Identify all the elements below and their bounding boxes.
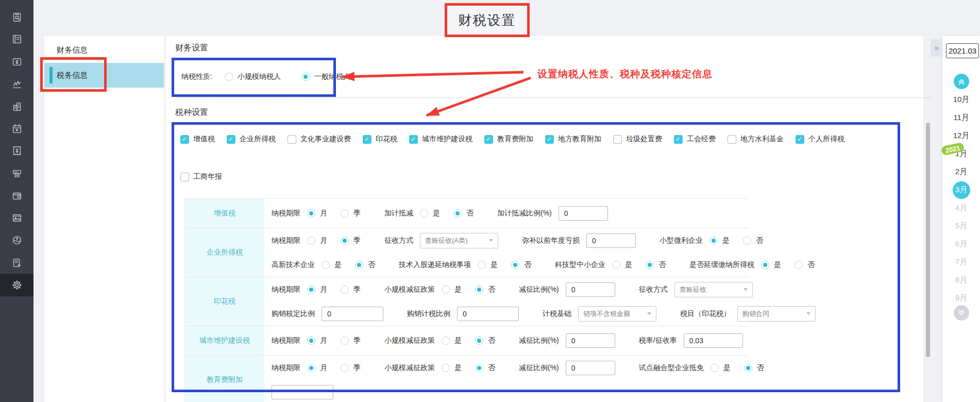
- current-period-box[interactable]: 2021.03: [946, 43, 979, 58]
- tax-type-checkbox-9[interactable]: 地方水利基金: [728, 135, 784, 144]
- radio-icon[interactable]: [341, 209, 349, 217]
- tax-type-checkbox-3[interactable]: 印花税: [363, 135, 397, 144]
- table-input[interactable]: [322, 307, 383, 321]
- checkbox-icon[interactable]: [409, 135, 418, 144]
- radio-option[interactable]: 季: [341, 285, 361, 294]
- radio-option[interactable]: 否: [743, 236, 763, 245]
- radio-option[interactable]: 季: [341, 363, 361, 373]
- table-input[interactable]: [566, 282, 615, 297]
- radio-option[interactable]: 否: [355, 260, 375, 270]
- calendar-month-2月[interactable]: 2月: [942, 163, 980, 181]
- radio-option[interactable]: 季: [341, 336, 361, 345]
- radio-option[interactable]: 是: [711, 363, 731, 373]
- radio-option[interactable]: 是: [420, 209, 440, 218]
- settings-gear-icon[interactable]: [0, 274, 33, 296]
- table-select[interactable]: 购销合同: [737, 306, 816, 322]
- tax-type-checkbox-10[interactable]: 个人所得税: [796, 135, 844, 144]
- radio-option[interactable]: 月: [307, 336, 327, 345]
- radio-option[interactable]: 是: [442, 285, 462, 294]
- checkout-icon[interactable]: [0, 162, 33, 185]
- radio-option[interactable]: 是: [761, 260, 781, 270]
- voucher-icon[interactable]: [0, 51, 33, 73]
- calendar-month-11月[interactable]: 11月: [942, 109, 980, 127]
- radio-icon-selected[interactable]: [307, 286, 315, 294]
- tax-type-checkbox-5[interactable]: 教育费附加: [484, 135, 533, 144]
- radio-option[interactable]: 否: [475, 363, 495, 373]
- radio-icon-selected[interactable]: [355, 261, 363, 269]
- table-input[interactable]: [566, 333, 615, 348]
- radio-icon-selected[interactable]: [475, 286, 483, 294]
- radio-option[interactable]: 否: [795, 260, 815, 270]
- checkbox-icon[interactable]: [545, 135, 554, 144]
- radio-option[interactable]: 否: [511, 260, 531, 270]
- radio-icon[interactable]: [442, 286, 450, 294]
- nav-item-tax-info[interactable]: 税务信息: [44, 63, 164, 88]
- radio-option[interactable]: 月: [307, 285, 327, 294]
- table-select[interactable]: 查账征收(A类): [420, 233, 498, 248]
- chart-icon[interactable]: [0, 73, 33, 95]
- invoice-icon[interactable]: [0, 140, 33, 162]
- radio-icon[interactable]: [612, 261, 620, 269]
- radio-icon[interactable]: [225, 73, 233, 81]
- radio-option[interactable]: 否: [744, 363, 764, 373]
- radio-icon[interactable]: [307, 237, 315, 245]
- radio-option[interactable]: 是: [709, 236, 730, 245]
- table-input[interactable]: [272, 385, 333, 399]
- radio-icon-selected[interactable]: [744, 364, 752, 372]
- collapse-panel-tab[interactable]: »: [931, 39, 943, 57]
- checkbox-icon[interactable]: [484, 135, 493, 144]
- radio-option[interactable]: 季: [341, 236, 361, 245]
- tax-type-checkbox-1[interactable]: 企业所得税: [227, 135, 276, 144]
- scroll-months-down-button[interactable]: [954, 305, 969, 321]
- table-select[interactable]: 销项不含税金额: [578, 306, 656, 322]
- checkbox-icon[interactable]: [363, 135, 371, 144]
- calendar-month-9月[interactable]: 9月: [942, 289, 980, 307]
- backup-book-icon[interactable]: [0, 252, 33, 274]
- radio-small-scale-taxpayer[interactable]: 小规模纳税人: [225, 72, 281, 81]
- radio-icon[interactable]: [478, 261, 486, 269]
- calendar-month-7月[interactable]: 7月: [942, 253, 980, 271]
- radio-option[interactable]: 月: [307, 363, 327, 373]
- radio-icon[interactable]: [322, 261, 330, 269]
- radio-icon[interactable]: [442, 337, 450, 345]
- radio-icon-selected[interactable]: [307, 337, 315, 345]
- wallet-icon[interactable]: [0, 185, 33, 207]
- radio-option[interactable]: 否: [475, 285, 495, 294]
- calendar-month-12月[interactable]: 12月: [942, 127, 980, 145]
- radio-option[interactable]: 月: [307, 209, 327, 218]
- checkbox-icon[interactable]: [674, 135, 683, 144]
- image-report-icon[interactable]: [0, 207, 33, 229]
- radio-icon[interactable]: [442, 364, 450, 372]
- calendar-month-3月[interactable]: 3月: [942, 181, 980, 199]
- checkbox-icon[interactable]: [227, 135, 235, 144]
- radio-icon-selected[interactable]: [475, 337, 483, 345]
- ledger-icon[interactable]: [0, 28, 33, 51]
- calendar-month-5月[interactable]: 5月: [942, 217, 980, 235]
- radio-icon-selected[interactable]: [307, 209, 315, 217]
- radio-icon[interactable]: [341, 286, 349, 294]
- checkbox-icon[interactable]: [180, 135, 189, 144]
- radio-option[interactable]: 是: [478, 260, 498, 270]
- clipboard-search-icon[interactable]: [0, 6, 33, 28]
- annual-report-row[interactable]: 工商年报: [180, 171, 222, 182]
- vertical-scrollbar[interactable]: [926, 123, 930, 357]
- radio-general-taxpayer[interactable]: 一般纳税人: [301, 72, 350, 81]
- calendar-icon[interactable]: [0, 118, 33, 140]
- radio-icon-selected[interactable]: [761, 261, 769, 269]
- tax-type-checkbox-8[interactable]: 工会经费: [674, 135, 716, 144]
- table-select[interactable]: 查账征收: [674, 282, 753, 297]
- tax-type-checkbox-7[interactable]: 垃圾处置费: [613, 135, 662, 144]
- radio-icon[interactable]: [795, 261, 803, 269]
- table-input[interactable]: [457, 307, 519, 321]
- radio-icon-selected[interactable]: [307, 364, 315, 372]
- radio-icon[interactable]: [711, 364, 719, 372]
- radio-icon-selected[interactable]: [646, 261, 654, 269]
- tax-type-checkbox-6[interactable]: 地方教育附加: [545, 135, 601, 144]
- checkbox-icon[interactable]: [613, 135, 622, 144]
- table-input[interactable]: [684, 333, 743, 348]
- company-icon[interactable]: [0, 95, 33, 118]
- radio-icon-selected[interactable]: [453, 209, 462, 217]
- radio-icon[interactable]: [420, 209, 428, 217]
- tax-type-checkbox-4[interactable]: 城市维护建设税: [409, 135, 472, 144]
- tax-type-checkbox-2[interactable]: 文化事业建设费: [288, 135, 351, 144]
